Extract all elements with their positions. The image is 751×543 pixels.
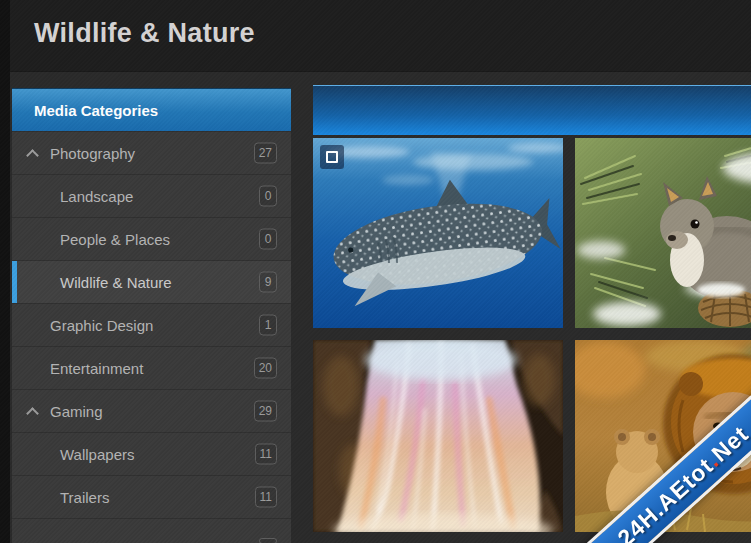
app-header: Wildlife & Nature bbox=[10, 0, 751, 72]
whale-shark-photo bbox=[313, 138, 563, 328]
sidebar-item-label: People & Places bbox=[60, 231, 170, 248]
media-categories-panel: Media Categories Photography 27 Landscap… bbox=[12, 88, 291, 543]
sidebar-item-label: Gaming bbox=[50, 403, 103, 420]
sidebar-item-gaming[interactable]: Gaming 29 bbox=[12, 389, 291, 432]
sidebar-item-label: Photography bbox=[50, 145, 135, 162]
sidebar-item-label: Graphic Design bbox=[50, 317, 153, 334]
media-tile-squirrel[interactable] bbox=[575, 138, 751, 328]
content-toolbar bbox=[313, 85, 751, 135]
sidebar-item-clipped[interactable] bbox=[12, 518, 291, 543]
chevron-up-icon bbox=[28, 149, 38, 159]
sidebar-header: Media Categories bbox=[12, 88, 291, 131]
sidebar-item-label: Entertainment bbox=[50, 360, 143, 377]
count-badge: 0 bbox=[259, 229, 277, 250]
sidebar-item-label: Trailers bbox=[60, 489, 109, 506]
sidebar-item-landscape[interactable]: Landscape 0 bbox=[12, 174, 291, 217]
count-badge: 11 bbox=[255, 444, 277, 465]
sidebar-item-label: Landscape bbox=[60, 188, 133, 205]
sidebar-item-label: Wildlife & Nature bbox=[60, 274, 172, 291]
waterfall-photo bbox=[313, 340, 563, 532]
sidebar-item-entertainment[interactable]: Entertainment 20 bbox=[12, 346, 291, 389]
sidebar-item-label: Wallpapers bbox=[60, 446, 134, 463]
count-badge: 0 bbox=[259, 186, 277, 207]
count-badge: 9 bbox=[259, 272, 277, 293]
left-edge-strip bbox=[0, 0, 10, 543]
count-badge: 1 bbox=[259, 315, 277, 336]
count-badge: 11 bbox=[255, 487, 277, 508]
count-badge: 20 bbox=[254, 358, 277, 379]
sidebar-item-people-places[interactable]: People & Places 0 bbox=[12, 217, 291, 260]
count-badge: 29 bbox=[254, 401, 277, 422]
tile-select-checkbox[interactable] bbox=[320, 145, 344, 169]
checkbox-icon bbox=[326, 151, 338, 163]
app-window: Wildlife & Nature Media Categories Photo… bbox=[0, 0, 751, 543]
media-tile-waterfall[interactable] bbox=[313, 340, 563, 532]
sidebar-item-graphic-design[interactable]: Graphic Design 1 bbox=[12, 303, 291, 346]
squirrel-photo bbox=[575, 138, 751, 328]
sidebar-item-photography[interactable]: Photography 27 bbox=[12, 131, 291, 174]
sidebar-item-wildlife-nature[interactable]: Wildlife & Nature 9 bbox=[12, 260, 291, 303]
sidebar-item-trailers[interactable]: Trailers 11 bbox=[12, 475, 291, 518]
count-badge: 27 bbox=[254, 143, 277, 164]
sidebar-item-wallpapers[interactable]: Wallpapers 11 bbox=[12, 432, 291, 475]
media-tile-whale-shark[interactable] bbox=[313, 138, 563, 328]
count-badge bbox=[259, 538, 277, 543]
chevron-up-icon bbox=[28, 407, 38, 417]
page-title: Wildlife & Nature bbox=[34, 18, 255, 49]
